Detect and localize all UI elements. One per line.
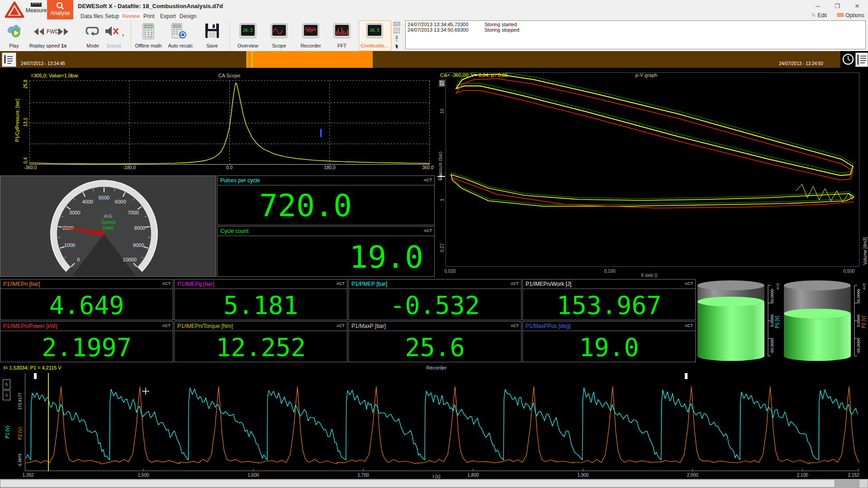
recorder-button[interactable] xyxy=(302,23,319,38)
ca-x-tick: 0,0 xyxy=(226,165,232,170)
speed-gauge-panel[interactable]: 0100020003000400050006000700080009000100… xyxy=(0,175,216,277)
recorder-y-max: 272.6177 xyxy=(18,393,22,410)
forward-button[interactable] xyxy=(57,28,69,36)
tab-measure[interactable]: Measure xyxy=(25,0,47,19)
tab-analyse[interactable]: Analyse xyxy=(47,0,73,19)
recorder-y-min: -3.3875 xyxy=(18,454,22,468)
measurement-cell[interactable]: P1/MaxPPos [deg] ACT 19.0 xyxy=(522,321,696,362)
svg-text:-50,0000: -50,0000 xyxy=(770,338,774,354)
pv-x-tick: 0,500 xyxy=(843,269,854,274)
cylinder-bars-panel: 50,00000,0000-50,0000P1 [V]AVE 50,00000,… xyxy=(697,279,868,362)
sound-button[interactable] xyxy=(104,25,119,38)
mode-label: Mode xyxy=(86,43,99,48)
pulses-per-cycle-meter[interactable]: Pulses per cycle ACT 720.0 xyxy=(217,175,435,225)
ca-y-tick: 13,1 xyxy=(23,118,28,126)
event-log[interactable]: 24/07/2013 13:34:45,73300Storing started… xyxy=(405,20,866,49)
pv-x-axis-label: X axis () xyxy=(641,273,658,278)
close-button[interactable]: ✕ xyxy=(851,3,863,11)
scrollbar-thumb[interactable] xyxy=(0,479,835,488)
calculator-icon xyxy=(142,23,154,39)
timeline-cursor[interactable] xyxy=(251,51,253,68)
minimize-button[interactable]: ─ xyxy=(811,3,824,11)
svg-text:5000: 5000 xyxy=(99,195,109,200)
fft-button[interactable] xyxy=(333,23,351,38)
rewind-button[interactable] xyxy=(33,28,45,36)
act-badge: ACT xyxy=(337,281,345,286)
measurement-cell[interactable]: P1/PMEP [bar] ACT -0.532 xyxy=(348,279,522,320)
pv-plot[interactable] xyxy=(446,72,859,267)
sound-dropdown-icon[interactable]: ▾ xyxy=(122,33,124,38)
recorder-label: Recorder xyxy=(300,43,321,48)
magnifier-icon xyxy=(56,2,64,10)
measurement-value: 19.0 xyxy=(523,333,695,362)
svg-text:1000: 1000 xyxy=(64,242,75,248)
pv-y-tick-selected[interactable]: 27 xyxy=(439,80,445,86)
svg-text:4000: 4000 xyxy=(82,199,93,204)
cursor-icon xyxy=(396,44,398,48)
recorder-x-tick: 1,392 xyxy=(22,473,33,478)
recorder-scale-box-p2[interactable]: 5 xyxy=(3,390,10,400)
horizontal-scrollbar[interactable] xyxy=(0,479,868,488)
measurement-label: P1/MaxPPos [deg] xyxy=(526,323,570,329)
measurement-label: P1/PMEP [bar] xyxy=(351,281,387,287)
timeline-menu-icon[interactable] xyxy=(2,52,16,67)
recorder-x-tick: 1,600 xyxy=(247,473,259,478)
pv-x-tick: 0,100 xyxy=(604,269,615,274)
cylinder-bar-p2[interactable]: 50,00000,0000-50,0000P2 [V]AVE xyxy=(783,279,868,362)
auto-recalc-button[interactable] xyxy=(171,23,187,39)
combustion-display-icon: 26.5 xyxy=(366,23,383,38)
options-label: Options xyxy=(845,12,864,19)
measurement-value: 25.6 xyxy=(349,333,521,362)
options-button[interactable]: Options xyxy=(837,12,864,19)
save-button[interactable] xyxy=(205,23,219,38)
ca-plot[interactable] xyxy=(29,80,430,165)
recorder-scale-box-p1[interactable]: 5 xyxy=(3,379,10,389)
act-badge: ACT xyxy=(337,323,345,328)
measurement-value: 4.649 xyxy=(0,291,173,320)
timeline-panel-icon[interactable] xyxy=(855,52,868,67)
rewind-icon xyxy=(33,28,45,36)
restore-button[interactable]: ❐ xyxy=(831,3,844,11)
pv-graph-panel: CA= -360,00; V= 0,04; p= 0,85 p-V graph … xyxy=(436,68,868,278)
pv-y-tick: 10 xyxy=(440,109,445,114)
recorder-annotation: t= 1,53034; P1 = 4,2115 V xyxy=(4,365,62,370)
timeline-end-time: 24/07/2013 - 13:34:50 xyxy=(779,61,823,66)
recorder-ch1-label: P1 (V) xyxy=(5,426,10,438)
ca-x-tick: -360,0 xyxy=(24,165,37,170)
offline-math-label: Offline math xyxy=(135,43,161,48)
pv-crosshair xyxy=(441,173,442,180)
mode-button[interactable] xyxy=(85,25,100,37)
overview-button[interactable]: 26.5 xyxy=(239,23,256,38)
svg-text:50,0000: 50,0000 xyxy=(770,289,774,304)
scope-button[interactable] xyxy=(270,23,288,38)
measurement-cell[interactable]: P1/IMEPn/Torque [Nm] ACT 12.252 xyxy=(174,321,347,362)
offline-math-button[interactable] xyxy=(142,23,154,39)
edit-button[interactable]: ✎ Edit xyxy=(811,12,827,19)
cylinder-bar-p1[interactable]: 50,00000,0000-50,0000P1 [V]AVE xyxy=(697,279,782,362)
svg-text:-50,0000: -50,0000 xyxy=(856,338,861,354)
measurement-cell[interactable]: P1/MaxP [bar] ACT 25.6 xyxy=(348,321,522,362)
toolbar-separator xyxy=(131,21,131,49)
pv-right-axis-label: Volume [dm3] xyxy=(863,237,868,265)
measurement-cell[interactable]: P1/IMEPn/Work [J] ACT 153.967 xyxy=(522,279,696,320)
hamburger-icon xyxy=(837,13,844,18)
annotation-tools xyxy=(393,21,404,50)
measurement-cell[interactable]: P1/IMEPg [bar] ACT 5.181 xyxy=(174,279,347,320)
keyboard-icon xyxy=(394,22,400,26)
scrollbar-button[interactable] xyxy=(859,479,868,488)
fft-label: FFT xyxy=(337,43,346,48)
loop-icon xyxy=(85,25,100,37)
measurement-cell[interactable]: P1/IMEPn/Power [kW] ACT 2.1997 xyxy=(0,321,173,362)
ca-x-tick: 360,0 xyxy=(422,165,433,170)
clock-icon[interactable] xyxy=(842,53,854,65)
meter-label: Cycle count xyxy=(220,228,249,234)
act-badge: ACT xyxy=(685,323,693,328)
timeline-selection[interactable] xyxy=(247,51,373,68)
cycle-count-meter[interactable]: Cycle count ACT 19.0 xyxy=(217,226,435,277)
recorder-plot[interactable] xyxy=(25,373,859,471)
play-button[interactable] xyxy=(6,23,22,39)
tab-analyse-label: Analyse xyxy=(51,10,70,16)
measurement-cell[interactable]: P1/IMEPn [bar] ACT 4.649 xyxy=(0,279,173,320)
timeline-track[interactable] xyxy=(0,51,840,68)
recorder-x-axis-label: t (s) xyxy=(432,474,440,479)
